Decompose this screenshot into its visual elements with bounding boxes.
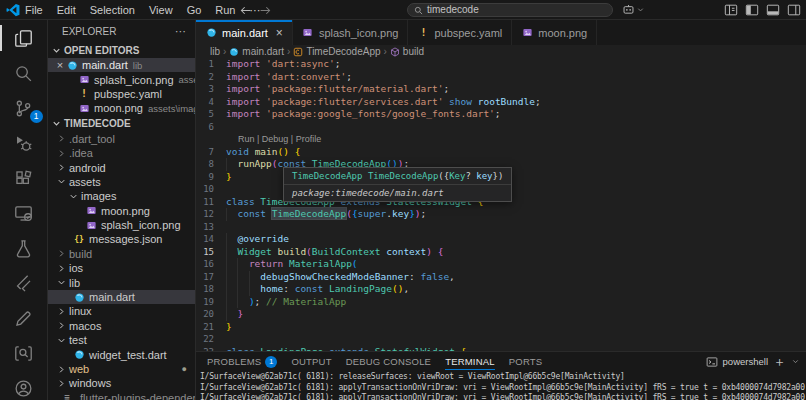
tree-item-main.dart[interactable]: main.dart bbox=[48, 290, 195, 304]
code-line-2[interactable]: 2import 'dart:convert'; bbox=[196, 71, 806, 84]
more-actions-icon[interactable]: ⋯ bbox=[175, 25, 187, 38]
code-line-19[interactable]: 19); // MaterialApp bbox=[196, 296, 806, 309]
tree-item-ios[interactable]: ios bbox=[48, 261, 195, 275]
code-line-7[interactable]: 7void main() { bbox=[196, 146, 806, 159]
extensions-icon[interactable] bbox=[7, 166, 41, 190]
edit-icon[interactable] bbox=[7, 306, 41, 330]
tab-main.dart[interactable]: main.dart× bbox=[196, 20, 293, 45]
code-line-17[interactable]: 17debugShowCheckedModeBanner: false, bbox=[196, 271, 806, 284]
tab-splash_icon.png[interactable]: splash_icon.png bbox=[293, 20, 409, 45]
tree-item-moon.png[interactable]: moon.png bbox=[48, 204, 195, 218]
code-line-18[interactable]: 18home: const LandingPage(), bbox=[196, 283, 806, 296]
search-icon[interactable] bbox=[7, 61, 41, 85]
menu-file[interactable]: File bbox=[18, 0, 50, 20]
chevron-down-icon[interactable] bbox=[791, 357, 800, 366]
tab-moon.png[interactable]: moon.png bbox=[512, 20, 597, 45]
tree-item-.flutter-plugins-dependencies[interactable]: ≣.flutter-plugins-dependencies bbox=[48, 391, 195, 400]
menu-run[interactable]: Run bbox=[208, 0, 242, 20]
panel-tab-terminal[interactable]: TERMINAL bbox=[445, 352, 495, 371]
line-number: 15 bbox=[196, 246, 226, 259]
testing-icon[interactable] bbox=[7, 236, 41, 260]
tree-item-.dart_tool[interactable]: .dart_tool bbox=[48, 132, 195, 146]
tree-item-widget_test.dart[interactable]: widget_test.dart bbox=[48, 347, 195, 361]
terminal-output[interactable]: I/SurfaceView@62ab71c( 6181): releaseSur… bbox=[196, 371, 806, 400]
menu-selection[interactable]: Selection bbox=[83, 0, 142, 20]
code-line-20[interactable]: 20} bbox=[196, 308, 806, 321]
panel-tab-problems[interactable]: PROBLEMS1 bbox=[207, 352, 277, 371]
open-editor-pubspec.yaml[interactable]: !pubspec.yaml bbox=[48, 87, 195, 101]
tree-item-windows[interactable]: windows bbox=[48, 376, 195, 390]
code-editor[interactable]: 1import 'dart:async';2import 'dart:conve… bbox=[196, 58, 806, 351]
open-editor-main.dart[interactable]: ×main.dartlib bbox=[48, 58, 195, 72]
toggle-panel-icon[interactable] bbox=[766, 3, 780, 17]
breadcrumb-lib[interactable]: lib bbox=[210, 46, 220, 57]
tree-item-web[interactable]: web● bbox=[48, 362, 195, 376]
code-line-6[interactable]: 6 bbox=[196, 121, 806, 134]
shell-label[interactable]: powershell bbox=[723, 356, 768, 367]
new-terminal-icon[interactable]: ＋ bbox=[773, 356, 786, 368]
code-line-16[interactable]: 16return MaterialApp( bbox=[196, 258, 806, 271]
explorer-sidebar: EXPLORER ⋯ OPEN EDITORS ×main.dartlibspl… bbox=[48, 20, 196, 400]
open-editor-moon.png[interactable]: moon.pngassets\images bbox=[48, 101, 195, 115]
code-line-4[interactable]: 4import 'package:flutter/services.dart' … bbox=[196, 96, 806, 109]
menu-go[interactable]: Go bbox=[180, 0, 209, 20]
close-icon[interactable]: × bbox=[54, 59, 66, 71]
code-line-3[interactable]: 3import 'package:flutter/material.dart'; bbox=[196, 83, 806, 96]
tree-item-lib[interactable]: lib bbox=[48, 275, 195, 289]
code-line-21[interactable]: 21} bbox=[196, 321, 806, 334]
menu-view[interactable]: View bbox=[142, 0, 180, 20]
breadcrumb-TimeDecodeApp[interactable]: TimeDecodeApp bbox=[293, 46, 380, 57]
indent-guide bbox=[237, 283, 248, 296]
code-text bbox=[226, 121, 806, 134]
tree-item-linux[interactable]: linux bbox=[48, 304, 195, 318]
panel-tab-debug-console[interactable]: DEBUG CONSOLE bbox=[346, 352, 431, 371]
flutter-icon[interactable] bbox=[7, 271, 41, 295]
tree-item-build[interactable]: build bbox=[48, 247, 195, 261]
source-control-icon[interactable]: 1 bbox=[7, 96, 41, 120]
close-icon[interactable]: × bbox=[276, 26, 283, 40]
tree-item-images[interactable]: images bbox=[48, 189, 195, 203]
extension-target-selector[interactable] bbox=[622, 3, 645, 16]
explorer-icon[interactable] bbox=[7, 26, 41, 50]
code-line-13[interactable]: 13 bbox=[196, 221, 806, 234]
panel-tab-output[interactable]: OUTPUT bbox=[291, 352, 331, 371]
toggle-sidebar-icon[interactable] bbox=[745, 3, 759, 17]
tree-item-messages.json[interactable]: {}messages.json bbox=[48, 232, 195, 246]
code-line-15[interactable]: 15Widget build(BuildContext context) { bbox=[196, 246, 806, 259]
history-forward-icon[interactable] bbox=[259, 4, 272, 17]
run-debug-icon[interactable] bbox=[7, 131, 41, 155]
tab-pubspec.yaml[interactable]: !pubspec.yaml bbox=[408, 20, 512, 45]
project-search-icon[interactable] bbox=[7, 341, 41, 365]
tree-item-test[interactable]: test bbox=[48, 333, 195, 347]
code-line-14[interactable]: 14@override bbox=[196, 233, 806, 246]
tree-item-android[interactable]: android bbox=[48, 160, 195, 174]
image-file-icon bbox=[302, 27, 314, 39]
breadcrumb-build[interactable]: build bbox=[390, 46, 424, 57]
tree-item-macos[interactable]: macos bbox=[48, 319, 195, 333]
code-line-12[interactable]: 12const TimeDecodeApp({super.key}); bbox=[196, 208, 806, 221]
tree-item-splash_icon.png[interactable]: splash_icon.png bbox=[48, 218, 195, 232]
open-editor-splash_icon.png[interactable]: splash_icon.pngassets\images bbox=[48, 72, 195, 86]
tooltip-path: package:timedecode/main.dart bbox=[284, 184, 511, 201]
open-editors-header[interactable]: OPEN EDITORS bbox=[48, 42, 195, 58]
code-line-5[interactable]: 5import 'package:google_fonts/google_fon… bbox=[196, 108, 806, 121]
tree-item-assets[interactable]: assets bbox=[48, 175, 195, 189]
code-line-1[interactable]: 1import 'dart:async'; bbox=[196, 58, 806, 71]
remote-explorer-icon[interactable] bbox=[7, 201, 41, 225]
method-symbol-icon bbox=[390, 47, 400, 57]
toggle-secondary-sidebar-icon[interactable] bbox=[787, 3, 801, 17]
customize-layout-icon[interactable] bbox=[724, 3, 738, 17]
code-line-23[interactable]: 23class LandingPage extends StatefulWidg… bbox=[196, 346, 806, 352]
history-back-icon[interactable] bbox=[239, 4, 252, 17]
indent-guide bbox=[226, 308, 237, 321]
menu-edit[interactable]: Edit bbox=[50, 0, 83, 20]
tree-item-label: windows bbox=[69, 377, 111, 389]
code-line-22[interactable]: 22 bbox=[196, 333, 806, 346]
tree-item-.idea[interactable]: .idea bbox=[48, 146, 195, 160]
breadcrumb-main.dart[interactable]: main.dart bbox=[229, 46, 284, 57]
code-lens-run-debug-profile[interactable]: Run | Debug | Profile bbox=[196, 133, 806, 146]
project-section-header[interactable]: TIMEDECODE bbox=[48, 116, 195, 132]
panel-tab-ports[interactable]: PORTS bbox=[509, 352, 543, 371]
command-center-search[interactable]: timedecode bbox=[407, 3, 613, 17]
account-icon[interactable] bbox=[7, 376, 41, 400]
